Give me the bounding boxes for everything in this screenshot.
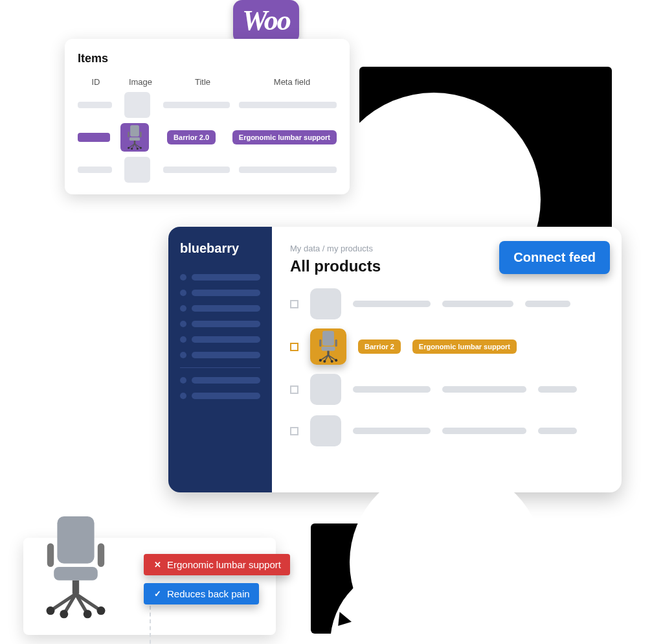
woo-logo-text: Woo bbox=[242, 5, 290, 36]
table-row-selected[interactable]: Barrior 2 Ergonomic lumbar support bbox=[290, 328, 603, 365]
col-meta: Meta field bbox=[247, 77, 337, 87]
product-image bbox=[34, 512, 118, 625]
product-thumbnail bbox=[120, 123, 149, 152]
chair-icon bbox=[314, 330, 343, 363]
table-row[interactable] bbox=[290, 414, 603, 448]
product-thumbnail bbox=[310, 415, 341, 446]
close-icon: ✕ bbox=[153, 560, 162, 569]
table-row[interactable] bbox=[290, 373, 603, 406]
row-checkbox[interactable] bbox=[290, 343, 298, 351]
row-checkbox[interactable] bbox=[290, 385, 298, 394]
chair-icon bbox=[124, 124, 146, 150]
check-icon: ✓ bbox=[153, 590, 162, 599]
items-table-header: ID Image Title Meta field bbox=[78, 77, 337, 87]
flow-arrow-top bbox=[359, 67, 612, 235]
table-row-selected[interactable]: Barrior 2.0 Ergonomic lumbar support bbox=[78, 123, 337, 152]
sidebar-item[interactable] bbox=[180, 290, 260, 296]
connect-feed-button[interactable]: Connect feed bbox=[499, 241, 610, 274]
sidebar-item[interactable] bbox=[180, 352, 260, 358]
woo-logo: Woo bbox=[233, 0, 299, 43]
title-pill: Barrior 2 bbox=[358, 339, 401, 354]
sidebar-item[interactable] bbox=[180, 393, 260, 399]
col-image: Image bbox=[123, 77, 158, 87]
meta-pill: Ergonomic lumbar support bbox=[232, 130, 337, 144]
sidebar-item[interactable] bbox=[180, 321, 260, 327]
items-card: Items ID Image Title Meta field Barrior … bbox=[65, 39, 350, 194]
product-thumbnail bbox=[310, 374, 341, 405]
table-row[interactable] bbox=[290, 287, 603, 321]
col-title: Title bbox=[167, 77, 238, 87]
table-row[interactable] bbox=[78, 92, 337, 118]
tag-added-label: Reduces back pain bbox=[167, 588, 250, 599]
tag-removed-label: Ergonomic lumbar support bbox=[167, 559, 281, 570]
row-checkbox[interactable] bbox=[290, 300, 298, 308]
sidebar-item[interactable] bbox=[180, 336, 260, 343]
row-checkbox[interactable] bbox=[290, 427, 298, 435]
sidebar: bluebarry bbox=[168, 227, 272, 492]
product-thumbnail bbox=[310, 288, 341, 319]
bluebarry-app: bluebarry My data / my products All prod… bbox=[168, 227, 622, 492]
title-pill: Barrior 2.0 bbox=[167, 130, 216, 144]
sidebar-item[interactable] bbox=[180, 377, 260, 384]
table-row[interactable] bbox=[78, 157, 337, 183]
items-card-title: Items bbox=[78, 52, 337, 65]
sidebar-item[interactable] bbox=[180, 305, 260, 312]
chair-icon bbox=[34, 512, 118, 622]
col-id: ID bbox=[78, 77, 114, 87]
brand-logo: bluebarry bbox=[180, 241, 260, 256]
tag-added: ✓ Reduces back pain bbox=[144, 583, 259, 604]
product-thumbnail bbox=[310, 328, 346, 365]
sidebar-item[interactable] bbox=[180, 274, 260, 281]
main-panel: My data / my products All products Conne… bbox=[272, 227, 622, 492]
meta-pill: Ergonomic lumbar support bbox=[412, 339, 517, 354]
tag-removed: ✕ Ergonomic lumbar support bbox=[144, 554, 290, 575]
